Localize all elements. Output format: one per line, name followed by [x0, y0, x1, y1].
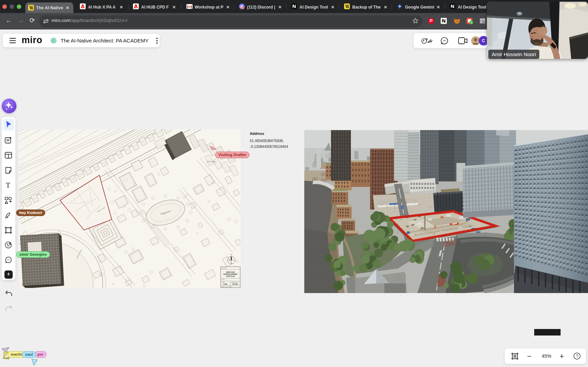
svg-text:AP-001: AP-001 — [232, 283, 238, 285]
svg-text:112: 112 — [242, 7, 244, 9]
svg-text:PROJECT: PROJECT — [221, 268, 227, 269]
svg-text:DATE (Camera Data): DATE (Camera Data) — [221, 286, 232, 288]
svg-text:N: N — [231, 254, 232, 256]
svg-text:Trillium Way: Trillium Way — [207, 161, 216, 163]
svg-text:REDEVELOPMENT: REDEVELOPMENT — [223, 274, 238, 275]
svg-text:TITLE: TITLE — [221, 279, 225, 280]
svg-text:NINE ELMS: NINE ELMS — [226, 271, 235, 273]
svg-text:SITE PLAN: SITE PLAN — [226, 276, 235, 277]
svg-text:1:500: 1:500 — [223, 283, 228, 285]
svg-text:?: ? — [576, 354, 578, 358]
